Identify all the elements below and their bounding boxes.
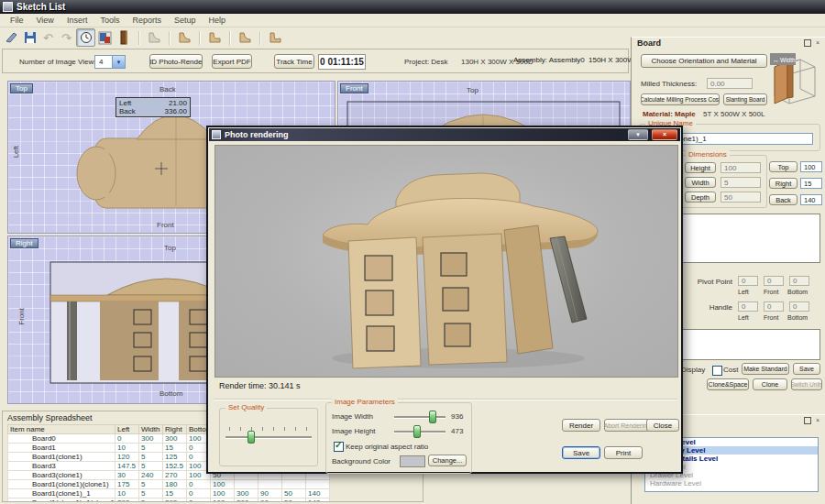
- float-icon[interactable]: [804, 39, 811, 47]
- view-badge[interactable]: Right: [10, 238, 38, 248]
- molding-e-icon[interactable]: [266, 29, 283, 46]
- slider-thumb[interactable]: [248, 431, 255, 444]
- width-button[interactable]: Width: [685, 177, 716, 188]
- column-header[interactable]: Right: [163, 425, 187, 434]
- export-pdf-button[interactable]: Export PDF: [212, 54, 252, 69]
- menu-tools[interactable]: Tools: [94, 15, 126, 26]
- axis-label-front: Front: [764, 314, 778, 321]
- window-title: Sketch List: [16, 2, 65, 12]
- view-badge[interactable]: Front: [340, 83, 368, 93]
- open-icon[interactable]: [3, 29, 20, 46]
- column-header[interactable]: Width: [139, 425, 163, 434]
- dimensions-group: Dimensions Height 100 Width 5 Depth 50: [679, 155, 767, 208]
- top-offset-field[interactable]: 100: [800, 161, 822, 172]
- assembly-label: Assembly: Assembly0: [513, 56, 585, 64]
- background-color-label: Background Color: [332, 457, 390, 466]
- aspect-ratio-checkbox[interactable]: [334, 442, 344, 452]
- change-color-button[interactable]: Change...: [428, 455, 467, 466]
- title-bar: Sketch List: [0, 0, 825, 14]
- image-height-slider[interactable]: [394, 425, 446, 438]
- minimize-button[interactable]: ▾: [628, 129, 648, 140]
- image-height-value: 473: [451, 427, 463, 435]
- slanting-board-button[interactable]: Slanting Board: [723, 93, 767, 105]
- save-image-button[interactable]: Save: [562, 446, 600, 459]
- clock-icon[interactable]: [76, 28, 95, 47]
- pivot-front-field[interactable]: 0: [764, 276, 784, 286]
- render-button[interactable]: Render: [562, 419, 600, 432]
- pivot-bottom-field[interactable]: 0: [789, 276, 809, 286]
- undo-icon[interactable]: ↶: [39, 29, 57, 46]
- chevron-down-icon[interactable]: ▼: [112, 56, 125, 68]
- board-icon[interactable]: [115, 29, 132, 46]
- calc-milling-cost-button[interactable]: Calculate Milling Process Cost: [641, 93, 720, 105]
- cost-label: Cost: [723, 366, 738, 374]
- image-width-value: 936: [451, 412, 463, 421]
- project-label: Project: Desk: [404, 58, 448, 66]
- molding-a-icon[interactable]: [145, 29, 162, 46]
- image-width-slider[interactable]: [394, 411, 446, 423]
- edge-label-front: Front: [17, 308, 26, 325]
- save-button[interactable]: Save: [793, 363, 820, 375]
- save-icon[interactable]: [21, 29, 38, 46]
- column-header[interactable]: Left: [116, 425, 139, 434]
- column-header[interactable]: Item name: [8, 425, 116, 434]
- molding-b-icon[interactable]: [175, 29, 192, 46]
- menu-view[interactable]: View: [30, 15, 60, 26]
- axis-label-bottom: Bottom: [787, 314, 808, 321]
- close-icon[interactable]: ×: [814, 417, 821, 424]
- close-button[interactable]: ×: [652, 129, 677, 140]
- slider-thumb[interactable]: [429, 411, 436, 423]
- svg-text:Width: Width: [780, 57, 796, 63]
- clone-button[interactable]: Clone: [753, 378, 787, 390]
- cost-checkbox[interactable]: [712, 366, 722, 376]
- height-field[interactable]: 100: [720, 162, 761, 173]
- image-views-select[interactable]: 4 ▼: [94, 55, 126, 69]
- axis-label-left: Left: [738, 314, 749, 321]
- level-item[interactable]: Hardware Level: [645, 479, 818, 488]
- table-row[interactable]: Board1(clone1)_11051501003009050140: [8, 489, 330, 499]
- clone-space-button[interactable]: Clone&Space: [707, 378, 749, 390]
- right-offset-button[interactable]: Right: [769, 178, 798, 189]
- handle-bottom-field[interactable]: 0: [789, 301, 809, 312]
- molding-c-icon[interactable]: [205, 29, 223, 46]
- menu-insert[interactable]: Insert: [60, 15, 94, 26]
- close-dialog-button[interactable]: Close: [646, 419, 679, 432]
- handle-left-field[interactable]: 0: [738, 301, 758, 312]
- depth-field[interactable]: 50: [720, 192, 761, 203]
- pivot-left-field[interactable]: 0: [738, 276, 758, 286]
- menu-file[interactable]: File: [4, 15, 30, 26]
- photo-render-icon[interactable]: [96, 29, 114, 46]
- menu-setup[interactable]: Setup: [168, 15, 203, 26]
- photo-render-button[interactable]: 3D Photo-Render: [149, 54, 203, 69]
- close-icon[interactable]: ×: [814, 39, 821, 47]
- molding-d-icon[interactable]: [236, 29, 253, 46]
- back-offset-field[interactable]: 140: [800, 194, 822, 205]
- track-time-button[interactable]: Track Time: [274, 54, 314, 69]
- quality-slider[interactable]: [226, 431, 312, 444]
- view-badge[interactable]: Top: [10, 83, 33, 93]
- table-row[interactable]: Board1(clone1)(clone1)17551800100: [8, 480, 330, 489]
- choose-orientation-button[interactable]: Choose Orientation and Material: [641, 54, 767, 68]
- rendered-desk-image: [215, 146, 677, 375]
- make-standard-button[interactable]: Make Standard: [742, 363, 789, 375]
- right-offset-field[interactable]: 15: [800, 178, 822, 189]
- top-offset-button[interactable]: Top: [769, 161, 798, 172]
- height-button[interactable]: Height: [685, 162, 716, 173]
- width-field[interactable]: 5: [720, 177, 761, 188]
- menu-reports[interactable]: Reports: [126, 15, 168, 26]
- dialog-title-bar[interactable]: Photo rendering ▾ ×: [209, 128, 680, 141]
- menu-bar: File View Insert Tools Reports Setup Hel…: [0, 14, 825, 27]
- slider-thumb[interactable]: [413, 425, 421, 438]
- print-button[interactable]: Print: [604, 446, 643, 459]
- redo-icon[interactable]: ↷: [58, 29, 75, 46]
- menu-help[interactable]: Help: [202, 15, 232, 26]
- depth-button[interactable]: Depth: [685, 192, 716, 203]
- milled-thickness-field[interactable]: 0.00: [707, 78, 753, 89]
- switch-units-button[interactable]: Switch Units: [791, 378, 822, 390]
- back-offset-button[interactable]: Back: [769, 194, 798, 205]
- set-quality-group: Set Quality: [219, 408, 318, 466]
- abort-rendering-button[interactable]: Abort Rendering: [604, 419, 650, 432]
- handle-front-field[interactable]: 0: [764, 301, 784, 312]
- float-icon[interactable]: [804, 417, 811, 424]
- table-row[interactable]: Board1(clone1)_1(clone1)2905295010030090…: [8, 499, 330, 503]
